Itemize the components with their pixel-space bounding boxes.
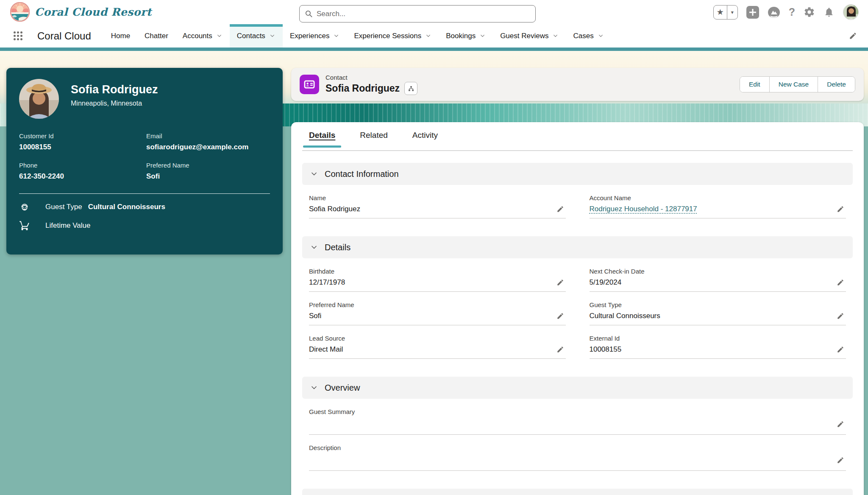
pencil-icon (837, 420, 844, 428)
global-search[interactable] (299, 5, 536, 22)
pencil-icon (556, 346, 564, 353)
nav-tab-label: Chatter (145, 32, 168, 40)
badge-label: Guest Type (45, 203, 82, 211)
quick-create-button[interactable] (746, 6, 759, 19)
field-lead-source: Lead Source Direct Mail (309, 335, 566, 359)
edit-external-id-button[interactable] (836, 345, 845, 354)
favorites-button[interactable]: ★ ▾ (713, 5, 738, 20)
nav-tab-label: Guest Reviews (500, 32, 548, 40)
star-icon[interactable]: ★ (714, 6, 727, 19)
edit-button[interactable]: Edit (740, 77, 769, 92)
nav-tab-guest-reviews[interactable]: Guest Reviews (493, 24, 566, 48)
section-title: Contact Information (325, 169, 399, 179)
field-label: Birthdate (309, 268, 566, 275)
help-icon[interactable]: ? (789, 6, 795, 18)
field-value: Cultural Connoisseurs (590, 312, 836, 320)
record-entity-label: Contact (326, 74, 417, 81)
nav-tab-label: Cases (573, 32, 593, 40)
contact-name: Sofia Rodriguez (71, 83, 158, 96)
edit-next-check-in-date-button[interactable] (836, 278, 845, 287)
field-value: 10008155 (590, 345, 836, 354)
contact-object-icon (300, 75, 319, 94)
field-label: Account Name (590, 194, 846, 201)
user-avatar[interactable] (843, 4, 859, 20)
pencil-icon (837, 279, 844, 286)
field-value: 12/17/1978 (309, 278, 556, 287)
nav-tab-chatter[interactable]: Chatter (137, 24, 175, 48)
edit-preferred-name-button[interactable] (556, 311, 565, 321)
logo-text: Coral Cloud Resort (35, 6, 152, 18)
highlight-field-label: Email (146, 132, 270, 140)
highlight-field-label: Prefered Name (146, 162, 270, 169)
field-value[interactable]: Rodriguez Household - 12877917 (590, 205, 697, 213)
section-header-details[interactable]: Details (302, 236, 853, 258)
hierarchy-icon (408, 85, 415, 92)
edit-nav-pencil-icon[interactable] (849, 32, 857, 40)
section-header-overview[interactable]: Overview (302, 377, 853, 399)
section-title: Overview (325, 383, 360, 393)
chevron-down-icon (216, 33, 223, 39)
section-header-contact-information[interactable]: Contact Information (302, 163, 853, 185)
tab-details[interactable]: Details (309, 131, 335, 147)
field-birthdate: Birthdate 12/17/1978 (309, 268, 566, 292)
search-input[interactable] (317, 10, 530, 18)
field-value: Sofi (309, 312, 556, 320)
contact-photo (19, 79, 59, 119)
nav-tab-accounts[interactable]: Accounts (175, 24, 230, 48)
section-fields: Birthdate 12/17/1978 Next Check-in Date … (302, 258, 853, 365)
edit-lead-source-button[interactable] (556, 345, 565, 354)
field-name: Name Sofia Rodriguez (309, 194, 566, 218)
nav-tab-label: Experiences (290, 32, 330, 40)
contact-location: Minneapolis, Minnesota (71, 100, 158, 107)
nav-tab-bookings[interactable]: Bookings (439, 24, 493, 48)
nav-tab-experiences[interactable]: Experiences (283, 24, 347, 48)
highlights-badges: Guest Type Cultural Connoisseurs Lifetim… (19, 201, 270, 231)
field-preferred-name: Preferred Name Sofi (309, 301, 566, 325)
field-label: Guest Summary (309, 408, 846, 415)
edit-guest-summary-button[interactable] (836, 419, 845, 429)
app-launcher-icon[interactable] (14, 31, 23, 41)
field-guest-summary: Guest Summary (309, 408, 846, 435)
trailhead-icon[interactable] (768, 6, 780, 18)
cart-icon (19, 220, 30, 231)
guest-type-icon (19, 201, 30, 213)
field-guest-type: Guest Type Cultural Connoisseurs (590, 301, 846, 325)
nav-tab-label: Contacts (237, 32, 265, 40)
edit-account-name-button[interactable] (836, 204, 845, 214)
new-case-button[interactable]: New Case (769, 77, 818, 92)
section-header-experience-interests[interactable]: Experience Interests (302, 489, 853, 495)
edit-name-button[interactable] (556, 204, 565, 214)
field-label: Description (309, 444, 846, 451)
highlight-field-prefered-name: Prefered Name Sofi (146, 162, 270, 181)
chevron-down-icon (598, 33, 604, 39)
nav-tab-home[interactable]: Home (104, 24, 137, 48)
tab-related[interactable]: Related (360, 131, 388, 147)
field-label: Next Check-in Date (590, 268, 846, 275)
notifications-bell-icon[interactable] (823, 6, 835, 18)
field-value: Sofia Rodriguez (309, 205, 556, 213)
tab-activity[interactable]: Activity (412, 131, 438, 147)
favorites-caret-icon[interactable]: ▾ (727, 6, 737, 19)
chevron-down-icon (333, 33, 339, 39)
nav-tab-cases[interactable]: Cases (566, 24, 611, 48)
setup-gear-icon[interactable] (804, 6, 815, 18)
view-hierarchy-button[interactable] (404, 82, 417, 95)
field-external-id: External Id 10008155 (590, 335, 846, 359)
field-label: Name (309, 194, 566, 201)
section-fields: Name Sofia Rodriguez Account Name Rodrig… (302, 185, 853, 224)
edit-birthdate-button[interactable] (556, 278, 565, 287)
field-label: Lead Source (309, 335, 566, 342)
field-label: Guest Type (590, 301, 846, 308)
nav-tab-experience-sessions[interactable]: Experience Sessions (347, 24, 439, 48)
highlight-field-label: Customer Id (19, 132, 146, 140)
edit-guest-type-button[interactable] (836, 311, 845, 321)
chevron-down-icon (552, 33, 559, 39)
nav-tab-label: Accounts (183, 32, 212, 40)
pencil-icon (837, 205, 844, 213)
nav-tab-contacts[interactable]: Contacts (230, 24, 283, 48)
edit-description-button[interactable] (836, 456, 845, 465)
field-account-name: Account Name Rodriguez Household - 12877… (590, 194, 846, 218)
brand-logo: Coral Cloud Resort (10, 2, 152, 22)
delete-button[interactable]: Delete (818, 77, 855, 92)
record-header-card: Contact Sofia Rodriguez EditNew CaseDele… (291, 68, 864, 101)
